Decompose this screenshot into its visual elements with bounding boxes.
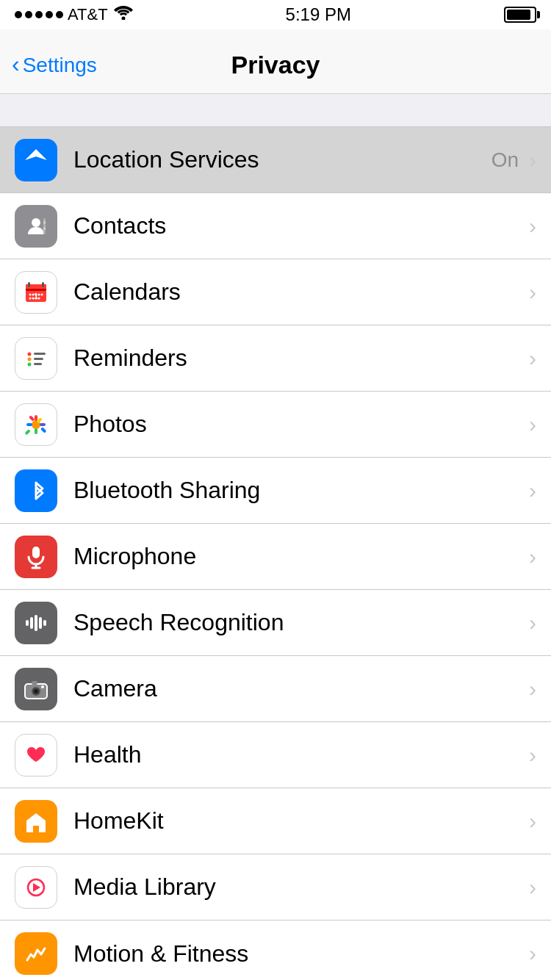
bluetooth-sharing-icon xyxy=(15,469,57,512)
svg-rect-28 xyxy=(35,428,37,434)
svg-rect-35 xyxy=(32,547,40,558)
camera-chevron-icon: › xyxy=(529,677,536,702)
settings-row-speech-recognition[interactable]: Speech Recognition› xyxy=(0,590,551,656)
settings-row-location-services[interactable]: Location ServicesOn› xyxy=(0,127,551,193)
svg-rect-41 xyxy=(39,617,42,629)
location-services-label: Location Services xyxy=(73,146,491,173)
location-services-value: On xyxy=(491,148,519,172)
contacts-icon xyxy=(15,205,57,248)
battery-icon xyxy=(504,7,536,23)
svg-point-18 xyxy=(35,297,37,299)
settings-row-photos[interactable]: Photos› xyxy=(0,392,551,458)
bluetooth-sharing-chevron-icon: › xyxy=(529,478,536,503)
motion-fitness-chevron-icon: › xyxy=(529,941,536,966)
back-label: Settings xyxy=(23,54,97,77)
homekit-chevron-icon: › xyxy=(529,809,536,834)
camera-icon xyxy=(15,668,57,710)
svg-rect-10 xyxy=(42,282,44,287)
speech-recognition-icon xyxy=(15,602,57,644)
svg-point-49 xyxy=(41,685,44,688)
svg-point-11 xyxy=(29,293,32,295)
time-display: 5:19 PM xyxy=(286,4,351,25)
svg-point-1 xyxy=(32,218,40,227)
page-title: Privacy xyxy=(231,51,320,79)
svg-rect-25 xyxy=(34,363,42,365)
motion-fitness-icon xyxy=(15,932,57,975)
reminders-chevron-icon: › xyxy=(529,346,536,371)
svg-point-22 xyxy=(28,362,32,366)
settings-row-health[interactable]: Health› xyxy=(0,722,551,788)
microphone-label: Microphone xyxy=(73,543,526,570)
svg-rect-9 xyxy=(28,282,30,287)
svg-rect-33 xyxy=(24,429,30,435)
svg-point-13 xyxy=(35,293,37,295)
svg-point-21 xyxy=(28,357,32,361)
homekit-label: HomeKit xyxy=(73,807,526,835)
svg-rect-39 xyxy=(30,617,33,629)
svg-point-12 xyxy=(32,293,35,295)
health-label: Health xyxy=(73,741,526,768)
homekit-icon xyxy=(15,800,57,843)
svg-rect-29 xyxy=(26,423,32,426)
svg-point-47 xyxy=(35,690,37,693)
section-spacer xyxy=(0,94,551,126)
microphone-chevron-icon: › xyxy=(529,544,536,569)
svg-point-19 xyxy=(38,297,40,299)
photos-label: Photos xyxy=(73,411,526,438)
settings-row-media-library[interactable]: Media Library› xyxy=(0,854,551,920)
reminders-label: Reminders xyxy=(73,345,526,372)
calendars-chevron-icon: › xyxy=(529,280,536,305)
calendars-icon: 1 xyxy=(15,271,57,314)
camera-label: Camera xyxy=(73,675,526,702)
settings-row-reminders[interactable]: Reminders› xyxy=(0,325,551,392)
settings-row-contacts[interactable]: Contacts› xyxy=(0,193,551,259)
speech-recognition-chevron-icon: › xyxy=(529,610,536,635)
status-right xyxy=(504,7,536,23)
svg-point-20 xyxy=(28,352,32,356)
svg-rect-31 xyxy=(29,415,35,421)
calendars-label: Calendars xyxy=(73,278,526,306)
svg-rect-23 xyxy=(34,353,46,355)
settings-row-calendars[interactable]: 1 Calendars› xyxy=(0,259,551,325)
status-left: AT&T xyxy=(15,5,133,24)
svg-rect-27 xyxy=(35,415,37,421)
back-button[interactable]: ‹ Settings xyxy=(12,52,97,78)
settings-row-microphone[interactable]: Microphone› xyxy=(0,524,551,590)
bluetooth-sharing-label: Bluetooth Sharing xyxy=(73,477,526,504)
settings-row-camera[interactable]: Camera› xyxy=(0,656,551,722)
microphone-icon xyxy=(15,536,57,578)
svg-rect-42 xyxy=(43,620,46,626)
signal-icon xyxy=(15,11,63,18)
settings-row-bluetooth-sharing[interactable]: Bluetooth Sharing› xyxy=(0,458,551,524)
settings-row-homekit[interactable]: HomeKit› xyxy=(0,788,551,854)
location-services-icon xyxy=(15,139,57,181)
svg-rect-2 xyxy=(43,218,46,234)
svg-rect-48 xyxy=(32,681,37,685)
svg-rect-38 xyxy=(26,620,29,626)
svg-point-17 xyxy=(32,297,35,299)
health-chevron-icon: › xyxy=(529,743,536,768)
photos-icon xyxy=(15,403,57,446)
speech-recognition-label: Speech Recognition xyxy=(73,609,526,636)
svg-rect-4 xyxy=(43,227,46,230)
svg-rect-24 xyxy=(34,358,43,360)
contacts-chevron-icon: › xyxy=(529,214,536,239)
svg-point-15 xyxy=(41,293,43,295)
back-chevron-icon: ‹ xyxy=(12,51,20,78)
media-library-chevron-icon: › xyxy=(529,875,536,900)
svg-rect-7 xyxy=(26,289,46,291)
settings-row-motion-fitness[interactable]: Motion & Fitness› xyxy=(0,920,551,980)
media-library-label: Media Library xyxy=(73,873,526,901)
contacts-label: Contacts xyxy=(73,212,526,239)
motion-fitness-label: Motion & Fitness xyxy=(73,940,526,968)
photos-chevron-icon: › xyxy=(529,412,536,437)
status-bar: AT&T 5:19 PM xyxy=(0,0,551,29)
wifi-icon xyxy=(114,5,133,24)
location-services-chevron-icon: › xyxy=(529,148,536,173)
svg-rect-40 xyxy=(35,615,37,631)
svg-rect-34 xyxy=(40,427,46,433)
nav-bar: ‹ Settings Privacy xyxy=(0,29,551,94)
carrier-label: AT&T xyxy=(68,5,133,24)
reminders-icon xyxy=(15,337,57,380)
svg-point-14 xyxy=(38,293,40,295)
